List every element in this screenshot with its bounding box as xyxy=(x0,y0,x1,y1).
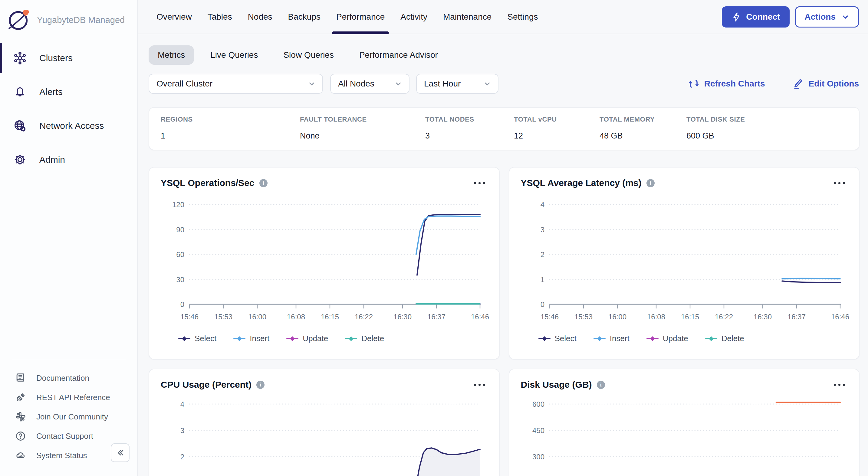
refresh-charts-button[interactable]: Refresh Charts xyxy=(688,78,765,90)
refresh-charts-label: Refresh Charts xyxy=(704,79,765,89)
info-icon[interactable]: i xyxy=(259,179,268,187)
info-icon[interactable]: i xyxy=(597,381,605,389)
chart-menu-button[interactable] xyxy=(831,180,847,186)
tab-nodes[interactable]: Nodes xyxy=(240,0,280,34)
legend-item-delete[interactable]: Delete xyxy=(345,334,384,343)
svg-text:3: 3 xyxy=(540,226,544,234)
subtab-slow-queries[interactable]: Slow Queries xyxy=(274,45,343,65)
tab-performance[interactable]: Performance xyxy=(329,0,393,34)
sidebar-item-label: Join Our Community xyxy=(36,412,108,421)
globe-gear-icon xyxy=(13,118,27,133)
chart-menu-button[interactable] xyxy=(471,381,488,388)
brand[interactable]: YugabyteDB Managed xyxy=(0,0,137,33)
app-root: YugabyteDB Managed Clusters xyxy=(0,0,868,476)
sidebar-item-label: Network Access xyxy=(39,121,104,131)
sidebar-item-alerts[interactable]: Alerts xyxy=(0,75,137,109)
disk-usage-chart-canvas: 600450300 xyxy=(521,391,849,476)
subtab-label: Performance Advisor xyxy=(359,50,438,60)
tab-backups[interactable]: Backups xyxy=(280,0,329,34)
svg-text:120: 120 xyxy=(172,201,184,209)
edit-options-button[interactable]: Edit Options xyxy=(792,78,859,90)
legend-label: Update xyxy=(663,334,688,343)
chart-menu-button[interactable] xyxy=(831,381,847,388)
chart-menu-button[interactable] xyxy=(471,180,488,186)
sidebar-item-label: Clusters xyxy=(39,53,73,63)
connect-label: Connect xyxy=(746,12,780,22)
connect-button[interactable]: Connect xyxy=(722,6,789,28)
cluster-scope-select[interactable]: Overall Cluster xyxy=(149,74,323,94)
clusters-icon xyxy=(13,51,27,65)
legend-label: Insert xyxy=(610,334,629,343)
collapse-sidebar-button[interactable] xyxy=(111,443,129,462)
chart-header: YSQL Operations/Sec i xyxy=(161,178,488,188)
legend-item-insert[interactable]: Insert xyxy=(234,334,269,343)
sidebar-item-documentation[interactable]: Documentation xyxy=(0,368,137,388)
svg-text:2: 2 xyxy=(180,453,184,461)
sidebar-item-admin[interactable]: Admin xyxy=(0,143,137,177)
edit-options-label: Edit Options xyxy=(809,79,859,89)
stat-value: 1 xyxy=(161,131,300,141)
tab-activity[interactable]: Activity xyxy=(393,0,435,34)
tab-settings[interactable]: Settings xyxy=(499,0,546,34)
sidebar-item-network-access[interactable]: Network Access xyxy=(0,109,137,143)
stat-value: 3 xyxy=(425,131,514,141)
chart-header: CPU Usage (Percent) i xyxy=(161,379,488,390)
svg-text:15:46: 15:46 xyxy=(180,313,198,321)
svg-text:16:30: 16:30 xyxy=(753,313,771,321)
svg-text:4: 4 xyxy=(540,201,544,209)
svg-text:1: 1 xyxy=(540,275,544,284)
svg-text:16:00: 16:00 xyxy=(248,313,266,321)
tab-tables[interactable]: Tables xyxy=(200,0,240,34)
tab-overview[interactable]: Overview xyxy=(149,0,200,34)
time-range-select[interactable]: Last Hour xyxy=(416,74,498,94)
metrics-filters: Overall Cluster All Nodes Last Hour Refr… xyxy=(149,74,859,94)
chart-title: YSQL Average Latency (ms) xyxy=(521,178,642,188)
stat-value: 48 GB xyxy=(599,131,686,141)
legend-item-delete[interactable]: Delete xyxy=(705,334,744,343)
svg-text:15:53: 15:53 xyxy=(574,313,592,321)
sidebar-item-rest-api-reference[interactable]: REST API Reference xyxy=(0,388,137,407)
bell-icon xyxy=(13,85,27,99)
chart-card-disk-usage: Disk Usage (GB) i 600450300 xyxy=(509,369,860,476)
info-icon[interactable]: i xyxy=(256,381,265,389)
stat-label: TOTAL MEMORY xyxy=(599,115,686,124)
legend-item-insert[interactable]: Insert xyxy=(593,334,629,343)
chart-header: YSQL Average Latency (ms) i xyxy=(521,178,848,188)
cpu-usage-chart-canvas: 432 xyxy=(161,391,489,476)
svg-text:60: 60 xyxy=(176,250,184,259)
subtab-performance-advisor[interactable]: Performance Advisor xyxy=(350,45,447,65)
svg-text:16:37: 16:37 xyxy=(787,313,805,321)
subtab-label: Metrics xyxy=(158,50,185,60)
sidebar-item-label: Contact Support xyxy=(36,432,93,441)
info-icon[interactable]: i xyxy=(647,179,655,187)
subtab-label: Live Queries xyxy=(210,50,258,60)
main-area: Overview Tables Nodes Backups Performanc… xyxy=(138,0,868,476)
chevron-down-icon xyxy=(483,80,491,88)
legend-item-update[interactable]: Update xyxy=(286,334,328,343)
node-scope-select[interactable]: All Nodes xyxy=(330,74,409,94)
tab-label: Backups xyxy=(288,12,320,22)
sidebar-item-contact-support[interactable]: Contact Support xyxy=(0,427,137,446)
sidebar-item-join-our-community[interactable]: Join Our Community xyxy=(0,407,137,427)
lightning-icon xyxy=(732,12,742,22)
sidebar-item-clusters[interactable]: Clusters xyxy=(0,41,137,75)
svg-text:16:30: 16:30 xyxy=(394,313,412,321)
slack-icon xyxy=(14,411,27,423)
stat-total-nodes: TOTAL NODES 3 xyxy=(425,115,514,141)
sidebar-item-label: System Status xyxy=(36,451,87,460)
actions-button[interactable]: Actions xyxy=(795,6,859,28)
legend-label: Update xyxy=(303,334,328,343)
legend-marker-icon xyxy=(647,336,658,341)
book-icon xyxy=(14,372,27,384)
svg-text:450: 450 xyxy=(532,427,544,435)
legend-marker-icon xyxy=(286,336,299,341)
svg-text:16:08: 16:08 xyxy=(287,313,305,321)
subtab-live-queries[interactable]: Live Queries xyxy=(201,45,267,65)
legend-item-select[interactable]: Select xyxy=(538,334,577,343)
ysql-latency-chart-canvas: 4321015:4615:5316:0016:0816:1516:2216:30… xyxy=(521,189,849,332)
tab-maintenance[interactable]: Maintenance xyxy=(435,0,499,34)
legend-item-update[interactable]: Update xyxy=(647,334,688,343)
plug-icon xyxy=(14,391,27,403)
legend-item-select[interactable]: Select xyxy=(178,334,216,343)
subtab-metrics[interactable]: Metrics xyxy=(149,45,194,65)
